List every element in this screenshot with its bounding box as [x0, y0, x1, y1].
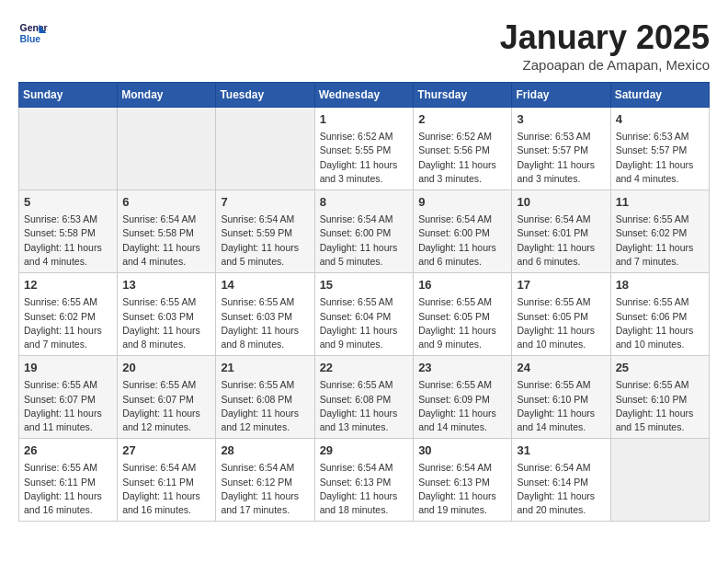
calendar-cell: 6Sunrise: 6:54 AM Sunset: 5:58 PM Daylig…	[118, 190, 216, 273]
month-title: January 2025	[500, 18, 710, 57]
day-number: 10	[517, 194, 605, 211]
logo-icon: General Blue	[18, 18, 48, 48]
day-info: Sunrise: 6:54 AM Sunset: 6:11 PM Dayligh…	[122, 461, 210, 517]
calendar-header-row: SundayMondayTuesdayWednesdayThursdayFrid…	[19, 83, 710, 108]
day-number: 15	[320, 277, 409, 293]
calendar-cell: 14Sunrise: 6:55 AM Sunset: 6:03 PM Dayli…	[216, 273, 314, 356]
day-number: 27	[122, 442, 210, 459]
day-info: Sunrise: 6:55 AM Sunset: 6:11 PM Dayligh…	[24, 461, 112, 517]
day-number: 26	[24, 442, 112, 459]
day-number: 29	[320, 442, 409, 459]
day-number: 17	[517, 277, 605, 293]
day-number: 11	[616, 194, 704, 211]
calendar-cell: 12Sunrise: 6:55 AM Sunset: 6:02 PM Dayli…	[19, 273, 118, 356]
day-info: Sunrise: 6:53 AM Sunset: 5:58 PM Dayligh…	[24, 213, 112, 269]
day-number: 13	[122, 277, 210, 293]
day-info: Sunrise: 6:54 AM Sunset: 6:12 PM Dayligh…	[221, 461, 309, 517]
day-number: 9	[418, 194, 506, 211]
day-info: Sunrise: 6:55 AM Sunset: 6:04 PM Dayligh…	[320, 295, 409, 351]
day-info: Sunrise: 6:52 AM Sunset: 5:55 PM Dayligh…	[320, 130, 409, 186]
day-info: Sunrise: 6:55 AM Sunset: 6:05 PM Dayligh…	[418, 295, 506, 351]
calendar-cell: 11Sunrise: 6:55 AM Sunset: 6:02 PM Dayli…	[610, 190, 709, 273]
calendar-cell: 27Sunrise: 6:54 AM Sunset: 6:11 PM Dayli…	[118, 439, 216, 522]
calendar-cell: 16Sunrise: 6:55 AM Sunset: 6:05 PM Dayli…	[414, 273, 512, 356]
day-number: 5	[24, 194, 112, 211]
day-info: Sunrise: 6:55 AM Sunset: 6:10 PM Dayligh…	[517, 378, 605, 434]
day-number: 23	[418, 360, 506, 376]
svg-text:Blue: Blue	[20, 34, 41, 44]
calendar-cell: 3Sunrise: 6:53 AM Sunset: 5:57 PM Daylig…	[512, 108, 610, 190]
day-info: Sunrise: 6:55 AM Sunset: 6:02 PM Dayligh…	[616, 213, 704, 269]
calendar-cell: 31Sunrise: 6:54 AM Sunset: 6:14 PM Dayli…	[512, 439, 610, 522]
calendar-cell: 2Sunrise: 6:52 AM Sunset: 5:56 PM Daylig…	[414, 108, 512, 190]
day-number: 6	[122, 194, 210, 211]
location: Zapoapan de Amapan, Mexico	[500, 57, 710, 73]
day-info: Sunrise: 6:55 AM Sunset: 6:07 PM Dayligh…	[24, 378, 112, 434]
day-info: Sunrise: 6:55 AM Sunset: 6:06 PM Dayligh…	[616, 295, 704, 351]
calendar-cell: 29Sunrise: 6:54 AM Sunset: 6:13 PM Dayli…	[314, 439, 414, 522]
calendar-cell: 17Sunrise: 6:55 AM Sunset: 6:05 PM Dayli…	[512, 273, 610, 356]
calendar-cell: 30Sunrise: 6:54 AM Sunset: 6:13 PM Dayli…	[414, 439, 512, 522]
calendar-cell	[610, 439, 709, 522]
day-info: Sunrise: 6:55 AM Sunset: 6:08 PM Dayligh…	[221, 378, 309, 434]
logo: General Blue	[18, 18, 48, 48]
day-number: 1	[320, 111, 409, 128]
day-info: Sunrise: 6:55 AM Sunset: 6:05 PM Dayligh…	[517, 295, 605, 351]
calendar-cell: 25Sunrise: 6:55 AM Sunset: 6:10 PM Dayli…	[610, 356, 709, 439]
day-info: Sunrise: 6:54 AM Sunset: 6:00 PM Dayligh…	[320, 213, 409, 269]
calendar-cell: 4Sunrise: 6:53 AM Sunset: 5:57 PM Daylig…	[610, 108, 709, 190]
day-info: Sunrise: 6:53 AM Sunset: 5:57 PM Dayligh…	[517, 130, 605, 186]
day-number: 7	[221, 194, 309, 211]
day-info: Sunrise: 6:54 AM Sunset: 6:13 PM Dayligh…	[320, 461, 409, 517]
day-info: Sunrise: 6:55 AM Sunset: 6:07 PM Dayligh…	[122, 378, 210, 434]
header-tuesday: Tuesday	[216, 83, 314, 108]
day-info: Sunrise: 6:53 AM Sunset: 5:57 PM Dayligh…	[616, 130, 704, 186]
calendar-week-row: 26Sunrise: 6:55 AM Sunset: 6:11 PM Dayli…	[19, 439, 710, 522]
calendar-cell: 23Sunrise: 6:55 AM Sunset: 6:09 PM Dayli…	[414, 356, 512, 439]
calendar-cell: 18Sunrise: 6:55 AM Sunset: 6:06 PM Dayli…	[610, 273, 709, 356]
calendar-cell	[118, 108, 216, 190]
calendar-week-row: 19Sunrise: 6:55 AM Sunset: 6:07 PM Dayli…	[19, 356, 710, 439]
day-info: Sunrise: 6:54 AM Sunset: 5:59 PM Dayligh…	[221, 213, 309, 269]
day-number: 16	[418, 277, 506, 293]
calendar-cell: 9Sunrise: 6:54 AM Sunset: 6:00 PM Daylig…	[414, 190, 512, 273]
calendar-cell: 10Sunrise: 6:54 AM Sunset: 6:01 PM Dayli…	[512, 190, 610, 273]
day-info: Sunrise: 6:54 AM Sunset: 5:58 PM Dayligh…	[122, 213, 210, 269]
calendar-table: SundayMondayTuesdayWednesdayThursdayFrid…	[18, 82, 710, 522]
day-info: Sunrise: 6:55 AM Sunset: 6:08 PM Dayligh…	[320, 378, 409, 434]
calendar-cell: 24Sunrise: 6:55 AM Sunset: 6:10 PM Dayli…	[512, 356, 610, 439]
calendar-cell: 5Sunrise: 6:53 AM Sunset: 5:58 PM Daylig…	[19, 190, 118, 273]
day-info: Sunrise: 6:54 AM Sunset: 6:01 PM Dayligh…	[517, 213, 605, 269]
calendar-cell: 13Sunrise: 6:55 AM Sunset: 6:03 PM Dayli…	[118, 273, 216, 356]
calendar-cell: 22Sunrise: 6:55 AM Sunset: 6:08 PM Dayli…	[314, 356, 414, 439]
day-info: Sunrise: 6:55 AM Sunset: 6:03 PM Dayligh…	[122, 295, 210, 351]
page-header: General Blue January 2025 Zapoapan de Am…	[18, 18, 710, 73]
day-number: 3	[517, 111, 605, 128]
day-info: Sunrise: 6:54 AM Sunset: 6:13 PM Dayligh…	[418, 461, 506, 517]
calendar-week-row: 1Sunrise: 6:52 AM Sunset: 5:55 PM Daylig…	[19, 108, 710, 190]
day-info: Sunrise: 6:55 AM Sunset: 6:03 PM Dayligh…	[221, 295, 309, 351]
day-number: 31	[517, 442, 605, 459]
calendar-cell: 15Sunrise: 6:55 AM Sunset: 6:04 PM Dayli…	[314, 273, 414, 356]
day-number: 18	[616, 277, 704, 293]
day-info: Sunrise: 6:54 AM Sunset: 6:14 PM Dayligh…	[517, 461, 605, 517]
calendar-cell: 19Sunrise: 6:55 AM Sunset: 6:07 PM Dayli…	[19, 356, 118, 439]
day-number: 24	[517, 360, 605, 376]
calendar-cell	[19, 108, 118, 190]
calendar-cell: 26Sunrise: 6:55 AM Sunset: 6:11 PM Dayli…	[19, 439, 118, 522]
header-wednesday: Wednesday	[314, 83, 414, 108]
day-number: 28	[221, 442, 309, 459]
day-number: 25	[616, 360, 704, 376]
day-info: Sunrise: 6:55 AM Sunset: 6:10 PM Dayligh…	[616, 378, 704, 434]
day-info: Sunrise: 6:55 AM Sunset: 6:09 PM Dayligh…	[418, 378, 506, 434]
header-monday: Monday	[118, 83, 216, 108]
day-info: Sunrise: 6:52 AM Sunset: 5:56 PM Dayligh…	[418, 130, 506, 186]
day-number: 19	[24, 360, 112, 376]
calendar-week-row: 12Sunrise: 6:55 AM Sunset: 6:02 PM Dayli…	[19, 273, 710, 356]
day-number: 30	[418, 442, 506, 459]
header-friday: Friday	[512, 83, 610, 108]
day-number: 14	[221, 277, 309, 293]
calendar-cell: 20Sunrise: 6:55 AM Sunset: 6:07 PM Dayli…	[118, 356, 216, 439]
day-number: 8	[320, 194, 409, 211]
calendar-cell	[216, 108, 314, 190]
